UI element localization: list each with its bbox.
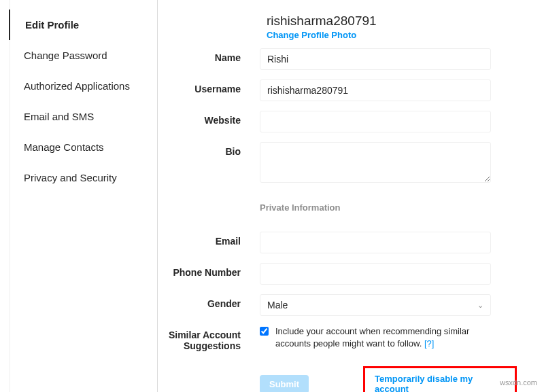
username-label: Username [158, 79, 260, 94]
main-content: rishisharma280791 Change Profile Photo N… [158, 0, 544, 392]
submit-button[interactable]: Submit [260, 375, 309, 393]
similar-suggestions-checkbox[interactable] [260, 327, 269, 336]
private-info-heading: Private Information [260, 202, 491, 213]
similar-label: Similar Account Suggestions [158, 325, 260, 351]
website-label: Website [158, 111, 260, 126]
similar-suggestions-text: Include your account when recommending s… [275, 325, 491, 350]
profile-handle: rishisharma280791 [267, 14, 377, 29]
email-label: Email [158, 232, 260, 247]
gender-select[interactable]: Male ⌄ [260, 294, 491, 316]
gender-value: Male [267, 300, 288, 310]
gender-label: Gender [158, 294, 260, 309]
disable-account-link[interactable]: Temporarily disable my account [365, 368, 515, 392]
chevron-down-icon: ⌄ [477, 301, 483, 310]
name-label: Name [158, 48, 260, 63]
bio-label: Bio [158, 142, 260, 157]
name-input[interactable] [260, 48, 491, 70]
change-photo-link[interactable]: Change Profile Photo [267, 30, 377, 40]
bio-textarea[interactable] [260, 142, 491, 183]
sidebar-item-edit-profile[interactable]: Edit Profile [9, 10, 157, 40]
sidebar-item-change-password[interactable]: Change Password [10, 40, 157, 71]
sidebar-item-email-sms[interactable]: Email and SMS [10, 101, 157, 132]
sidebar: Edit Profile Change Password Authorized … [10, 0, 158, 392]
phone-label: Phone Number [158, 263, 260, 278]
sidebar-item-privacy-security[interactable]: Privacy and Security [10, 162, 157, 193]
watermark: wsxdn.com [500, 378, 537, 387]
phone-input[interactable] [260, 263, 491, 285]
sidebar-item-authorized-apps[interactable]: Authorized Applications [10, 71, 157, 101]
sidebar-item-manage-contacts[interactable]: Manage Contacts [10, 132, 157, 162]
help-link[interactable]: [?] [424, 338, 434, 349]
email-input[interactable] [260, 232, 491, 253]
website-input[interactable] [260, 111, 491, 132]
username-input[interactable] [260, 79, 491, 101]
